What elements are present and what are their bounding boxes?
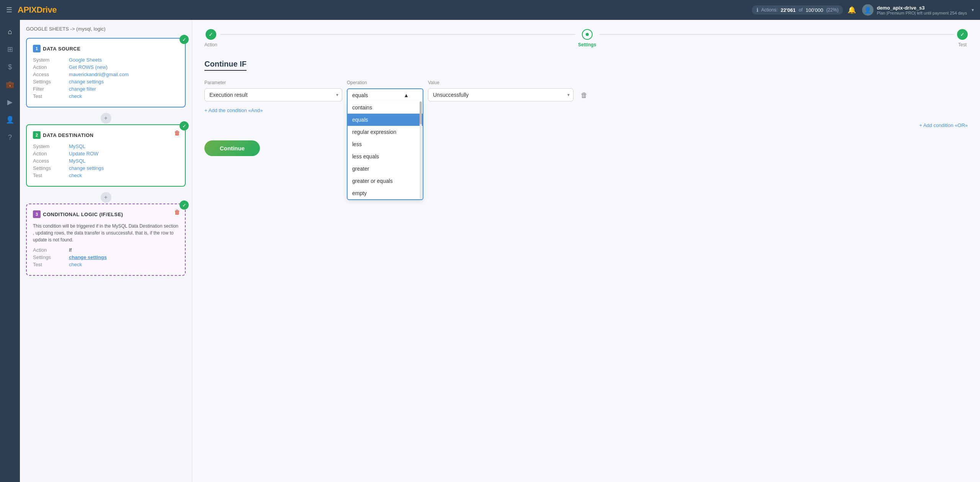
- card2-system-row: System MySQL: [33, 143, 179, 149]
- continue-button[interactable]: Continue: [204, 140, 260, 156]
- sidebar-item-help[interactable]: ?: [3, 130, 17, 145]
- card2-test-value[interactable]: check: [69, 173, 179, 178]
- operation-item-less[interactable]: less: [348, 138, 423, 150]
- card1-settings-value[interactable]: change settings: [69, 79, 179, 85]
- card3-settings-label: Settings: [33, 254, 67, 260]
- card1-settings-row: Settings change settings: [33, 79, 179, 85]
- operation-item-empty[interactable]: empty: [348, 187, 423, 199]
- condition-delete-button[interactable]: 🗑: [578, 89, 590, 101]
- sidebar-item-play[interactable]: ▶: [3, 95, 17, 109]
- card3-title: CONDITIONAL LOGIC (IF/ELSE): [43, 212, 123, 217]
- card2-access-label: Access: [33, 158, 67, 164]
- breadcrumb: GOOGLE SHEETS -> (mysql, logic): [26, 26, 186, 32]
- operation-item-regex[interactable]: regular expression: [348, 126, 423, 138]
- operation-scrollbar: [420, 101, 422, 199]
- sidebar-item-home[interactable]: ⌂: [3, 24, 17, 39]
- card1-access-row: Access maverickandrii@gmail.com: [33, 72, 179, 77]
- card1-filter-row: Filter change filter: [33, 86, 179, 92]
- user-icon: 👤: [864, 7, 872, 14]
- card1-header: 1 DATA SOURCE: [33, 45, 179, 52]
- card1-title: DATA SOURCE: [43, 46, 80, 52]
- logo-x: X: [31, 5, 36, 15]
- card3-description: This condition will be triggered if in t…: [33, 223, 179, 243]
- card3-action-value: If: [69, 247, 179, 253]
- card1-system-row: System Google Sheets: [33, 57, 179, 63]
- operation-col: Operation equals ▲ contains equals regul…: [347, 80, 423, 101]
- card3-settings-value[interactable]: change settings: [69, 254, 179, 260]
- param-col: Parameter Execution result ▾: [204, 80, 342, 101]
- card2-number: 2: [33, 131, 41, 139]
- card3-action-row: Action If: [33, 247, 179, 253]
- hamburger-icon[interactable]: ☰: [6, 6, 12, 14]
- operation-item-greater-equals[interactable]: greater or equals: [348, 175, 423, 187]
- param-label: Parameter: [204, 80, 342, 85]
- value-dropdown-wrapper: Unsuccessfully ▾: [428, 88, 573, 101]
- add-step-1-button[interactable]: +: [101, 113, 111, 124]
- card3-number: 3: [33, 210, 41, 218]
- operation-label: Operation: [347, 80, 423, 85]
- card2-check-icon: ✓: [180, 121, 189, 130]
- operation-header[interactable]: equals ▲: [347, 88, 423, 101]
- param-dropdown[interactable]: Execution result: [204, 88, 342, 101]
- card2-access-value[interactable]: MySQL: [69, 158, 179, 164]
- actions-pct: (22%): [826, 7, 838, 13]
- operation-item-less-equals[interactable]: less equals: [348, 150, 423, 163]
- step-action-label: Action: [204, 42, 217, 47]
- card3-test-row: Test check: [33, 262, 179, 267]
- step-settings-circle: [582, 29, 593, 40]
- card2-settings-row: Settings change settings: [33, 165, 179, 171]
- sidebar-item-briefcase[interactable]: 💼: [3, 77, 17, 92]
- navbar: ☰ APIXDrive ℹ Actions: 22'061 of 100'000…: [0, 0, 980, 20]
- card2-action-value[interactable]: Update ROW: [69, 151, 179, 156]
- card2-system-value[interactable]: MySQL: [69, 143, 179, 149]
- card2-header: 2 DATA DESTINATION: [33, 131, 179, 139]
- card3-delete-button[interactable]: 🗑: [174, 209, 180, 216]
- card2-settings-value[interactable]: change settings: [69, 165, 179, 171]
- add-condition-or-button[interactable]: + Add condition «OR»: [204, 122, 968, 128]
- actions-of: of: [799, 7, 802, 13]
- value-dropdown[interactable]: Unsuccessfully: [428, 88, 573, 101]
- actions-total: 100'000: [806, 7, 823, 13]
- user-info: demo_apix-drive_s3 Plan |Premium PRO| le…: [877, 5, 967, 15]
- user-name: demo_apix-drive_s3: [877, 5, 967, 11]
- step-settings: Settings: [578, 29, 596, 47]
- card1-system-label: System: [33, 57, 67, 63]
- add-step-2-button[interactable]: +: [101, 192, 111, 203]
- connector-2: +: [26, 191, 186, 204]
- card2-test-row: Test check: [33, 173, 179, 178]
- actions-label: Actions:: [761, 7, 778, 13]
- card2-settings-label: Settings: [33, 165, 67, 171]
- sidebar-item-user[interactable]: 👤: [3, 112, 17, 127]
- user-section[interactable]: 👤 demo_apix-drive_s3 Plan |Premium PRO| …: [862, 4, 974, 16]
- step-action-circle: ✓: [206, 29, 216, 40]
- sidebar-item-grid[interactable]: ⊞: [3, 42, 17, 57]
- card2-action-label: Action: [33, 151, 67, 156]
- operation-item-greater[interactable]: greater: [348, 163, 423, 175]
- card3-test-value[interactable]: check: [69, 262, 179, 267]
- card1-test-value[interactable]: check: [69, 93, 179, 99]
- card1-settings-label: Settings: [33, 79, 67, 85]
- operation-item-equals[interactable]: equals: [348, 114, 423, 126]
- operation-item-contains[interactable]: contains: [348, 101, 423, 114]
- card3-header: 3 CONDITIONAL LOGIC (IF/ELSE): [33, 210, 179, 218]
- card1-test-label: Test: [33, 93, 67, 99]
- operation-chevron-up-icon: ▲: [403, 92, 409, 98]
- card1-filter-value[interactable]: change filter: [69, 86, 179, 92]
- card2-delete-button[interactable]: 🗑: [174, 130, 180, 137]
- card1-action-label: Action: [33, 64, 67, 70]
- card-data-source: ✓ 1 DATA SOURCE System Google Sheets Act…: [26, 38, 186, 107]
- card1-access-value[interactable]: maverickandrii@gmail.com: [69, 72, 179, 77]
- section-title: Continue IF: [204, 60, 247, 71]
- card-conditional-logic: ✓ 🗑 3 CONDITIONAL LOGIC (IF/ELSE) This c…: [26, 204, 186, 276]
- step-test: ✓ Test: [957, 29, 968, 47]
- card1-number: 1: [33, 45, 41, 52]
- logo-drive: Drive: [36, 5, 57, 15]
- card2-title: DATA DESTINATION: [43, 132, 93, 138]
- sidebar-item-dollar[interactable]: $: [3, 60, 17, 74]
- card1-system-value[interactable]: Google Sheets: [69, 57, 179, 63]
- param-dropdown-wrapper: Execution result ▾: [204, 88, 342, 101]
- bell-icon[interactable]: 🔔: [848, 6, 856, 14]
- right-panel: ✓ Action Settings ✓ Test Continue IF Par…: [192, 20, 980, 482]
- add-condition-and-button[interactable]: + Add the condition «And»: [204, 107, 968, 113]
- card1-action-value[interactable]: Get ROWS (new): [69, 64, 179, 70]
